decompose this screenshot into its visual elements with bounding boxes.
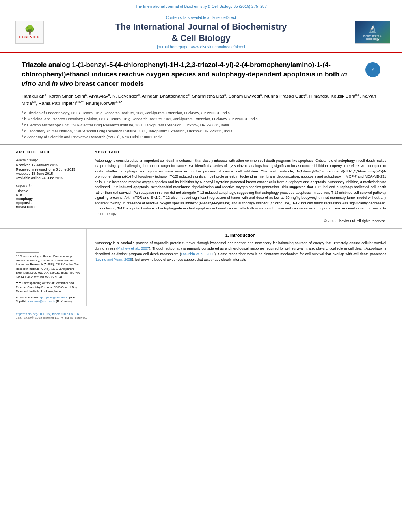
journal-header: 🌳 ELSEVIER Contents lists available at S…: [0, 11, 402, 53]
email2-link[interactable]: r.konwar@cdri.res.in: [28, 300, 55, 303]
footnote-corresponding2: ** ** Corresponding author at: Medicinal…: [16, 281, 82, 294]
abstract-column: ABSTRACT Autophagy is considered as an i…: [95, 150, 386, 223]
journal-citation-bar: The International Journal of Biochemistr…: [0, 0, 402, 11]
footnotes-column: * * Corresponding author at: Endocrinolo…: [16, 229, 87, 306]
keyword-breast-cancer: Breast cancer: [16, 205, 87, 209]
introduction-section: * * Corresponding author at: Endocrinolo…: [0, 229, 402, 306]
article-info-column: ARTICLE INFO Article history: Received 1…: [16, 150, 87, 223]
homepage-link[interactable]: www.elsevier.com/locate/biocel: [191, 45, 245, 49]
keywords-label: Keywords:: [16, 184, 87, 188]
contents-label: Contents lists available at: [166, 15, 212, 20]
doi-link[interactable]: http://dx.doi.org/10.1016/j.biocel.2015.…: [16, 312, 386, 316]
journal-homepage: journal homepage: www.elsevier.com/locat…: [55, 45, 347, 49]
affiliation-c: c c Electron Microscopy Unit, CSIR-Centr…: [22, 122, 380, 128]
introduction-title: 1. Introduction: [95, 233, 386, 237]
introduction-body: Autophagy is a catabolic process of orga…: [95, 241, 386, 263]
article-title: Triazole analog 1-(1-benzyl-5-(4-chlorop…: [22, 60, 359, 88]
elsevier-tree-icon: 🌳: [24, 26, 35, 34]
journal-citation: The International Journal of Biochemistr…: [135, 4, 267, 9]
crossmark-icon: ✓: [371, 67, 375, 73]
email1-link[interactable]: rp.tripathi@cdri.res.in: [40, 296, 68, 299]
article-info-abstract-section: ARTICLE INFO Article history: Received 1…: [0, 145, 402, 229]
abstract-text: Autophagy is considered as an important …: [95, 158, 386, 217]
page-footer: http://dx.doi.org/10.1016/j.biocel.2015.…: [0, 310, 402, 321]
affiliation-d: d d Laboratory Animal Division, CSIR-Cen…: [22, 128, 380, 134]
elsevier-brand-text: ELSEVIER: [19, 35, 40, 39]
keyword-autophagy: Autophagy: [16, 197, 87, 201]
accepted-date: Accepted 18 June 2015: [16, 172, 87, 176]
crossmark-badge: ✓: [365, 62, 380, 77]
journal-title: The International Journal of Biochemistr…: [55, 21, 347, 44]
received-revised-date: Received in revised form 5 June 2015: [16, 167, 87, 171]
elsevier-logo-box: 🌳 ELSEVIER: [15, 21, 44, 44]
ref-mathew[interactable]: Mathew et al., 2007: [117, 247, 149, 250]
email2-name: R. Konwar: [57, 300, 71, 303]
article-history-block: Article history: Received 17 January 201…: [16, 158, 87, 180]
introduction-text-column: 1. Introduction Autophagy is a catabolic…: [87, 229, 386, 306]
ref-lockshin[interactable]: Lockshin et al., 2000: [181, 252, 214, 256]
abstract-header: ABSTRACT: [95, 150, 386, 155]
email-label: E-mail addresses:: [16, 296, 40, 299]
footnote-emails: E-mail addresses: rp.tripathi@cdri.res.i…: [16, 296, 82, 304]
elsevier-logo: 🌳 ELSEVIER: [12, 21, 47, 44]
journal-logo-right: 🔬 biochemistry &cell biology: [355, 21, 390, 44]
history-label: Article history:: [16, 158, 87, 162]
article-title-row: Triazole analog 1-(1-benzyl-5-(4-chlorop…: [22, 60, 380, 88]
issn-text: 1357-2725/© 2015 Elsevier Ltd. All right…: [16, 316, 386, 319]
footnote-corresponding1: * * Corresponding author at: Endocrinolo…: [16, 254, 82, 279]
journal-logo-text: biochemistry &cell biology: [363, 35, 382, 40]
page-wrapper: The International Journal of Biochemistr…: [0, 0, 402, 532]
article-section: Triazole analog 1-(1-benzyl-5-(4-chlorop…: [0, 53, 402, 145]
sciencedirect-link-text[interactable]: ScienceDirect: [212, 15, 236, 20]
journal-center: Contents lists available at ScienceDirec…: [47, 15, 355, 49]
keyword-triazole: Triazole: [16, 189, 87, 193]
affiliation-a: a a Division of Endocrinology, CSIR-Cent…: [22, 110, 380, 116]
affiliations: a a Division of Endocrinology, CSIR-Cent…: [22, 110, 380, 140]
footnote-divider: [16, 252, 39, 253]
sciencedirect-label: Contents lists available at ScienceDirec…: [55, 15, 347, 20]
copyright-line: © 2015 Elsevier Ltd. All rights reserved…: [95, 219, 386, 223]
keyword-apoptosis: Apoptosis: [16, 201, 87, 205]
ref-levine[interactable]: Levine and Yuan, 2005: [96, 258, 132, 261]
authors: Hamidullaha, Karan Singh Sainia, Arya Aj…: [22, 93, 380, 107]
affiliation-b: b b Medicinal and Process Chemistry Divi…: [22, 116, 380, 122]
affiliation-e: e e Academy of Scientific and Innovative…: [22, 134, 380, 140]
available-date: Available online 24 June 2015: [16, 176, 87, 180]
article-info-header: ARTICLE INFO: [16, 150, 87, 155]
keyword-ros: ROS: [16, 193, 87, 197]
received-date: Received 17 January 2015: [16, 163, 87, 167]
